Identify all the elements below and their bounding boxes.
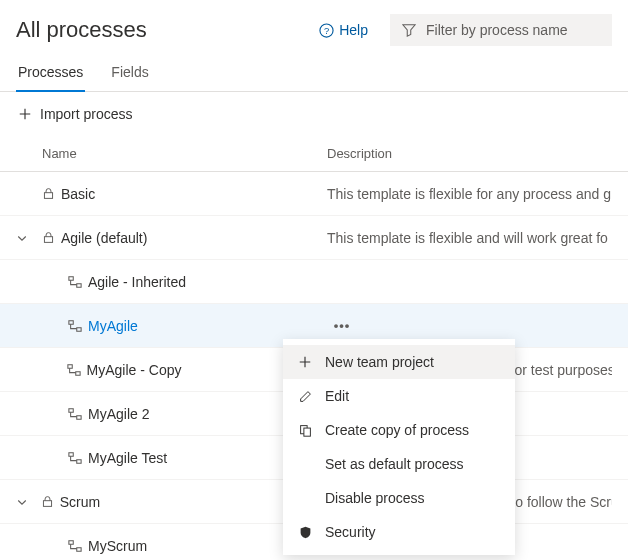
svg-rect-13 <box>77 459 81 463</box>
svg-text:?: ? <box>324 26 329 36</box>
menu-label: Edit <box>325 388 349 404</box>
menu-disable[interactable]: Disable process <box>283 481 515 515</box>
process-name: MyAgile - Copy <box>87 362 182 378</box>
copy-icon <box>297 424 313 437</box>
process-description: This template is flexible for any proces… <box>327 186 611 202</box>
help-link[interactable]: ? Help <box>319 22 368 38</box>
process-name: Agile (default) <box>61 230 147 246</box>
tab-fields[interactable]: Fields <box>109 54 150 91</box>
filter-icon <box>402 23 416 37</box>
menu-new-team-project[interactable]: New team project <box>283 345 515 379</box>
edit-icon <box>297 390 313 403</box>
menu-label: Create copy of process <box>325 422 469 438</box>
inherited-icon <box>68 319 82 333</box>
menu-label: Set as default process <box>325 456 464 472</box>
svg-rect-15 <box>69 540 73 544</box>
lock-icon <box>42 231 55 244</box>
process-name: Scrum <box>60 494 100 510</box>
context-menu: New team project Edit Create copy of pro… <box>283 339 515 555</box>
shield-icon <box>297 526 313 539</box>
inherited-icon <box>68 407 82 421</box>
process-name: MyAgile Test <box>88 450 167 466</box>
filter-placeholder: Filter by process name <box>426 22 568 38</box>
svg-rect-5 <box>77 283 81 287</box>
menu-create-copy[interactable]: Create copy of process <box>283 413 515 447</box>
plus-icon <box>297 355 313 369</box>
toolbar: Import process <box>0 92 628 136</box>
menu-edit[interactable]: Edit <box>283 379 515 413</box>
menu-security[interactable]: Security <box>283 515 515 549</box>
svg-rect-18 <box>303 428 310 436</box>
process-name: MyAgile <box>88 318 138 334</box>
table-row[interactable]: Agile (default) This template is flexibl… <box>0 216 628 260</box>
svg-rect-2 <box>44 193 52 199</box>
chevron-down-icon[interactable] <box>16 232 42 244</box>
lock-icon <box>41 495 54 508</box>
column-name[interactable]: Name <box>42 146 327 161</box>
svg-rect-7 <box>77 327 81 331</box>
svg-rect-11 <box>77 415 81 419</box>
svg-rect-16 <box>77 547 81 551</box>
help-icon: ? <box>319 23 334 38</box>
tab-processes[interactable]: Processes <box>16 54 85 92</box>
svg-rect-9 <box>75 371 79 375</box>
plus-icon <box>18 107 32 121</box>
svg-rect-8 <box>67 364 71 368</box>
svg-rect-14 <box>43 501 51 507</box>
filter-input[interactable]: Filter by process name <box>390 14 612 46</box>
svg-rect-3 <box>44 237 52 243</box>
menu-label: Security <box>325 524 376 540</box>
svg-rect-12 <box>69 452 73 456</box>
more-actions-button[interactable]: ••• <box>334 318 351 333</box>
svg-rect-10 <box>69 408 73 412</box>
process-description: This template is flexible and will work … <box>327 230 608 246</box>
import-process-button[interactable]: Import process <box>18 106 133 122</box>
table-row[interactable]: Agile - Inherited <box>0 260 628 304</box>
process-name: Agile - Inherited <box>88 274 186 290</box>
tabs: Processes Fields <box>0 54 628 92</box>
page-header: All processes ? Help Filter by process n… <box>0 0 628 54</box>
help-label: Help <box>339 22 368 38</box>
svg-rect-4 <box>69 276 73 280</box>
process-name: MyScrum <box>88 538 147 554</box>
table-header: Name Description <box>0 136 628 172</box>
inherited-icon <box>68 451 82 465</box>
menu-label: Disable process <box>325 490 425 506</box>
chevron-down-icon[interactable] <box>16 496 41 508</box>
page-title: All processes <box>16 17 147 43</box>
inherited-icon <box>67 363 81 377</box>
menu-set-default[interactable]: Set as default process <box>283 447 515 481</box>
svg-rect-6 <box>69 320 73 324</box>
table-row[interactable]: Basic This template is flexible for any … <box>0 172 628 216</box>
column-description[interactable]: Description <box>327 146 392 161</box>
inherited-icon <box>68 539 82 553</box>
menu-label: New team project <box>325 354 434 370</box>
process-name: Basic <box>61 186 95 202</box>
lock-icon <box>42 187 55 200</box>
import-label: Import process <box>40 106 133 122</box>
process-description: s for test purposes. <box>500 362 612 378</box>
inherited-icon <box>68 275 82 289</box>
process-name: MyAgile 2 <box>88 406 149 422</box>
